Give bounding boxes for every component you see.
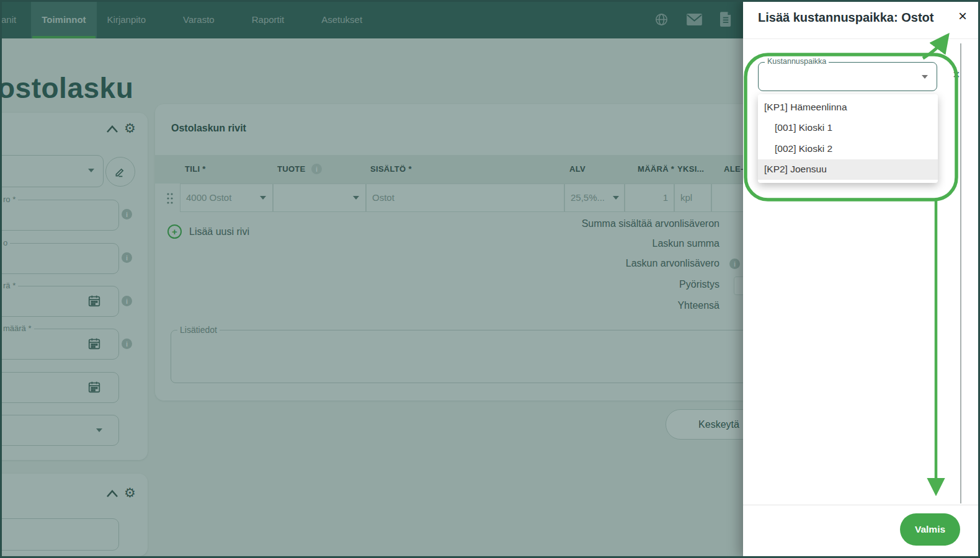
clear-icon[interactable]: × [953, 68, 960, 81]
drawer-title: Lisää kustannuspaikka: Ostot [758, 11, 933, 25]
option-label: [KP2] Joensuu [764, 164, 827, 175]
chevron-down-icon [922, 75, 928, 79]
option-002-kioski-2[interactable]: [002] Kioski 2 [758, 138, 938, 159]
submit-button[interactable]: Valmis [900, 513, 960, 546]
cost-center-dropdown-menu: [KP1] Hämeenlinna [001] Kioski 1 [002] K… [758, 94, 938, 183]
drawer-scrollbar[interactable] [960, 43, 961, 503]
option-001-kioski-1[interactable]: [001] Kioski 1 [758, 118, 938, 139]
cost-center-drawer: Lisää kustannuspaikka: Ostot × Kustannus… [743, 0, 978, 558]
cost-center-select[interactable]: Kustannuspaikka [758, 62, 937, 91]
option-kp1-hameenlinna[interactable]: [KP1] Hämeenlinna [758, 97, 938, 118]
drawer-header: Lisää kustannuspaikka: Ostot × [743, 0, 978, 39]
option-label: [002] Kioski 2 [775, 143, 832, 154]
submit-button-label: Valmis [915, 524, 945, 535]
footer-divider [743, 505, 978, 505]
option-label: [001] Kioski 1 [775, 122, 832, 133]
close-icon[interactable]: × [958, 9, 967, 24]
option-label: [KP1] Hämeenlinna [764, 102, 847, 113]
cost-center-select-label: Kustannuspaikka [765, 57, 829, 66]
option-kp2-joensuu[interactable]: [KP2] Joensuu [758, 159, 938, 180]
